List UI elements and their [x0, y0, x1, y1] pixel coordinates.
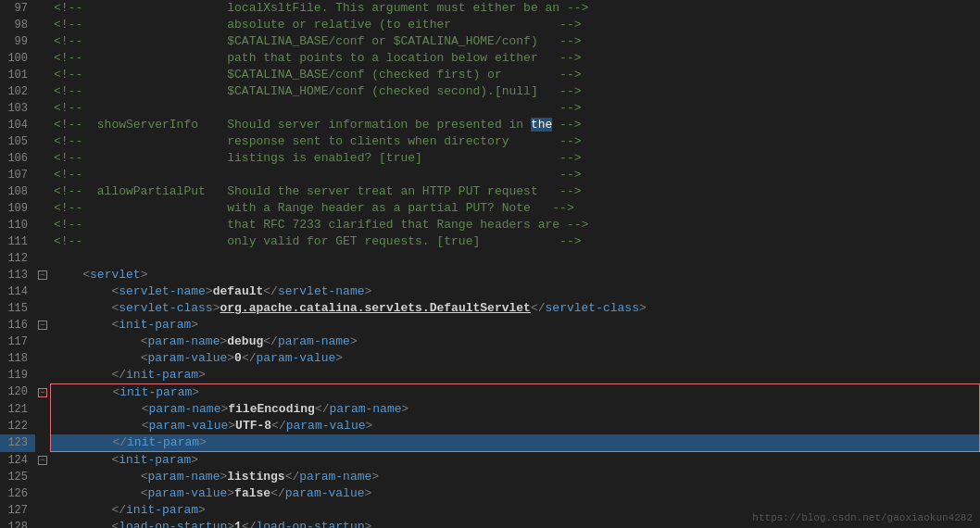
code-editor: 97<!-- localXsltFile. This argument must…	[0, 0, 980, 528]
line-number: 120	[0, 383, 35, 401]
fold-icon	[35, 250, 50, 267]
code-content: <!-- -->	[50, 167, 980, 183]
code-content: <init-param>	[50, 317, 980, 333]
code-line-109: 109<!-- with a Range header as a partial…	[0, 200, 980, 217]
code-line-103: 103<!-- -->	[0, 100, 980, 117]
code-line-112: 112	[0, 250, 980, 267]
watermark: https://blog.csdn.net/gaoxiaokun4282	[752, 512, 973, 523]
fold-icon	[35, 17, 50, 33]
fold-icon	[35, 434, 50, 452]
fold-icon	[35, 502, 50, 519]
fold-icon	[35, 200, 50, 217]
code-line-102: 102<!-- $CATALINA_HOME/conf (checked sec…	[0, 83, 980, 100]
code-content: <!-- response sent to clients when direc…	[50, 133, 980, 150]
line-number: 113	[0, 267, 35, 283]
code-content: <!-- $CATALINA_HOME/conf (checked second…	[50, 83, 980, 100]
line-number: 128	[0, 519, 35, 528]
fold-icon	[35, 50, 50, 67]
code-content: <!-- -->	[50, 100, 980, 117]
line-number: 108	[0, 183, 35, 200]
code-line-107: 107<!-- -->	[0, 167, 980, 183]
line-number: 97	[0, 0, 35, 17]
code-line-98: 98<!-- absolute or relative (to either -…	[0, 17, 980, 33]
code-line-113: 113− <servlet>	[0, 267, 980, 283]
line-number: 121	[0, 401, 35, 418]
fold-icon	[35, 133, 50, 150]
code-line-122: 122 <param-value>UTF-8</param-value>	[0, 418, 980, 434]
code-line-104: 104<!-- showServerInfo Should server inf…	[0, 117, 980, 133]
code-line-100: 100<!-- path that points to a location b…	[0, 50, 980, 67]
fold-icon	[35, 233, 50, 250]
line-number: 101	[0, 67, 35, 83]
code-content: <!-- absolute or relative (to either -->	[50, 17, 980, 33]
line-number: 106	[0, 150, 35, 167]
line-number: 117	[0, 333, 35, 350]
fold-icon	[35, 217, 50, 233]
line-number: 127	[0, 502, 35, 519]
code-content: <param-name>fileEncoding</param-name>	[50, 401, 980, 418]
fold-icon[interactable]: −	[35, 267, 50, 283]
line-number: 122	[0, 418, 35, 434]
line-number: 115	[0, 300, 35, 317]
code-content: </init-param>	[50, 367, 980, 383]
code-line-119: 119 </init-param>	[0, 367, 980, 383]
line-number: 124	[0, 452, 35, 469]
code-line-115: 115 <servlet-class>org.apache.catalina.s…	[0, 300, 980, 317]
code-content: <servlet-name>default</servlet-name>	[50, 283, 980, 300]
fold-icon	[35, 117, 50, 133]
code-line-108: 108<!-- allowPartialPut Should the serve…	[0, 183, 980, 200]
code-content: <init-param>	[50, 383, 980, 401]
fold-icon	[35, 100, 50, 117]
code-line-97: 97<!-- localXsltFile. This argument must…	[0, 0, 980, 17]
code-content: <param-value>0</param-value>	[50, 350, 980, 367]
code-line-125: 125 <param-name>listings</param-name>	[0, 469, 980, 485]
line-number: 98	[0, 17, 35, 33]
code-line-120: 120− <init-param>	[0, 383, 980, 401]
code-content: <servlet-class>org.apache.catalina.servl…	[50, 300, 980, 317]
fold-icon[interactable]: −	[35, 383, 50, 401]
code-content: </init-param>	[50, 434, 980, 452]
code-content	[50, 250, 980, 267]
line-number: 103	[0, 100, 35, 117]
fold-icon	[35, 83, 50, 100]
code-content: <!-- that RFC 7233 clarified that Range …	[50, 217, 980, 233]
fold-icon	[35, 283, 50, 300]
line-number: 107	[0, 167, 35, 183]
code-line-117: 117 <param-name>debug</param-name>	[0, 333, 980, 350]
code-content: <param-name>debug</param-name>	[50, 333, 980, 350]
line-number: 109	[0, 200, 35, 217]
code-content: <param-name>listings</param-name>	[50, 469, 980, 485]
line-number: 99	[0, 33, 35, 50]
line-number: 126	[0, 485, 35, 502]
line-number: 112	[0, 250, 35, 267]
fold-icon	[35, 183, 50, 200]
code-line-126: 126 <param-value>false</param-value>	[0, 485, 980, 502]
code-content: <init-param>	[50, 452, 980, 469]
line-number: 114	[0, 283, 35, 300]
line-number: 111	[0, 233, 35, 250]
fold-icon	[35, 333, 50, 350]
fold-icon	[35, 150, 50, 167]
line-number: 105	[0, 133, 35, 150]
code-content: <!-- listings is enabled? [true] -->	[50, 150, 980, 167]
code-line-110: 110<!-- that RFC 7233 clarified that Ran…	[0, 217, 980, 233]
code-content: <param-value>false</param-value>	[50, 485, 980, 502]
line-number: 118	[0, 350, 35, 367]
line-number: 102	[0, 83, 35, 100]
code-content: <servlet>	[50, 267, 980, 283]
fold-icon	[35, 519, 50, 528]
fold-icon[interactable]: −	[35, 452, 50, 469]
fold-icon[interactable]: −	[35, 317, 50, 333]
fold-icon	[35, 469, 50, 485]
fold-icon	[35, 418, 50, 434]
fold-icon	[35, 67, 50, 83]
code-line-101: 101<!-- $CATALINA_BASE/conf (checked fir…	[0, 67, 980, 83]
code-line-106: 106<!-- listings is enabled? [true] -->	[0, 150, 980, 167]
line-number: 100	[0, 50, 35, 67]
code-content: <!-- localXsltFile. This argument must e…	[50, 0, 980, 17]
line-number: 116	[0, 317, 35, 333]
fold-icon	[35, 0, 50, 17]
line-number: 104	[0, 117, 35, 133]
code-line-123: 123 </init-param>	[0, 434, 980, 452]
fold-icon	[35, 485, 50, 502]
